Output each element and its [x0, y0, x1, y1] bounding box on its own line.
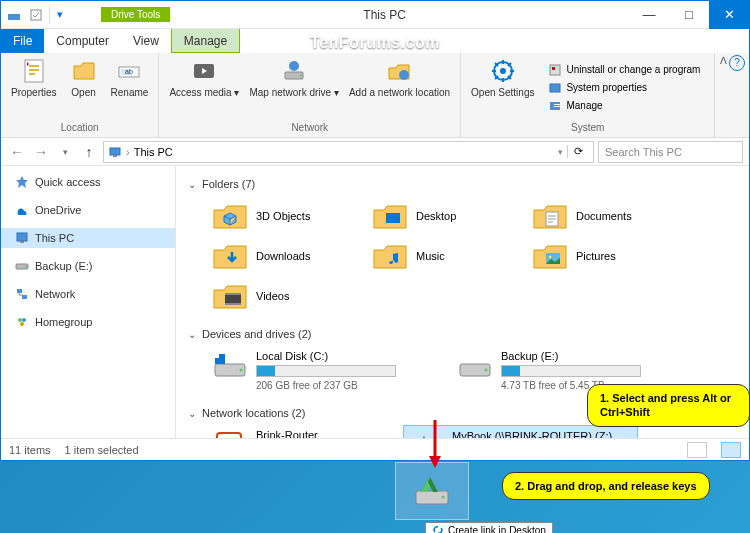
sidebar-this-pc[interactable]: This PC [1, 228, 175, 248]
search-input[interactable]: Search This PC [598, 141, 743, 163]
address-text: This PC [134, 146, 173, 158]
folder-pictures[interactable]: Pictures [528, 236, 688, 276]
chevron-down-icon: ⌄ [188, 179, 196, 190]
svg-text:ab: ab [125, 68, 133, 75]
up-button[interactable]: ↑ [79, 142, 99, 162]
svg-rect-25 [20, 241, 24, 243]
sidebar-homegroup[interactable]: Homegroup [1, 312, 175, 332]
folder-3d-objects[interactable]: 3D Objects [208, 196, 368, 236]
section-folders[interactable]: ⌄Folders (7) [180, 174, 749, 194]
folder-downloads[interactable]: Downloads [208, 236, 368, 276]
svg-rect-21 [110, 148, 120, 155]
rename-button[interactable]: abRename [107, 55, 153, 120]
status-items: 11 items [9, 444, 51, 456]
view-tiles-button[interactable] [721, 442, 741, 458]
svg-rect-17 [550, 84, 560, 92]
refresh-button[interactable]: ⟳ [567, 145, 589, 158]
section-drives[interactable]: ⌄Devices and drives (2) [180, 324, 749, 344]
folder-desktop[interactable]: Desktop [368, 196, 528, 236]
svg-point-53 [442, 496, 445, 499]
svg-rect-24 [17, 233, 27, 241]
svg-point-36 [549, 256, 552, 259]
pc-icon [108, 145, 122, 159]
sidebar-onedrive[interactable]: OneDrive [1, 200, 175, 220]
svg-point-41 [240, 369, 243, 372]
uninstall-button[interactable]: Uninstall or change a program [544, 62, 704, 78]
system-properties-button[interactable]: System properties [544, 80, 704, 96]
svg-point-27 [25, 266, 27, 268]
maximize-button[interactable]: □ [669, 1, 709, 29]
svg-rect-39 [225, 303, 241, 305]
ribbon: ᐱ ? Properties Open abRename Location Ac… [1, 53, 749, 138]
svg-rect-19 [554, 104, 560, 105]
svg-rect-33 [386, 213, 400, 223]
sidebar-network[interactable]: Network [1, 284, 175, 304]
app-icon [5, 6, 23, 24]
open-settings-button[interactable]: Open Settings [467, 55, 538, 120]
svg-rect-22 [113, 155, 117, 157]
sidebar-quick-access[interactable]: Quick access [1, 172, 175, 192]
close-button[interactable]: ✕ [709, 1, 749, 29]
svg-rect-29 [22, 295, 27, 299]
svg-rect-28 [17, 289, 22, 293]
svg-point-10 [300, 75, 302, 77]
svg-point-30 [18, 318, 22, 322]
tab-computer[interactable]: Computer [44, 29, 121, 53]
watermark: TenForums.com [310, 34, 440, 52]
netloc-brink-router[interactable]: Brink-Router [208, 425, 403, 438]
ribbon-group-system: Open Settings Uninstall or change a prog… [461, 53, 715, 137]
minimize-button[interactable]: — [629, 1, 669, 29]
qat-button[interactable] [27, 6, 45, 24]
annotation-arrow [427, 420, 443, 470]
view-details-button[interactable] [687, 442, 707, 458]
access-media-button[interactable]: Access media ▾ [165, 55, 243, 120]
svg-rect-2 [31, 10, 41, 20]
svg-point-32 [20, 322, 24, 326]
forward-button[interactable]: → [31, 142, 51, 162]
desktop-drop-target[interactable] [395, 462, 469, 520]
history-dropdown[interactable]: ▾ [55, 142, 75, 162]
svg-point-45 [485, 369, 488, 372]
open-button[interactable]: Open [63, 55, 105, 120]
back-button[interactable]: ← [7, 142, 27, 162]
svg-rect-43 [215, 354, 219, 358]
folder-documents[interactable]: Documents [528, 196, 688, 236]
manage-button[interactable]: Manage [544, 98, 704, 114]
svg-point-12 [399, 70, 409, 80]
address-dropdown-icon[interactable]: ▾ [558, 147, 563, 157]
address-bar: ← → ▾ ↑ › This PC ▾ ⟳ Search This PC [1, 138, 749, 166]
ribbon-group-location: Properties Open abRename Location [1, 53, 159, 137]
quick-access-toolbar: ▾ [1, 6, 71, 24]
link-icon [432, 524, 444, 533]
svg-point-14 [500, 68, 506, 74]
window-title: This PC [140, 8, 629, 22]
address-field[interactable]: › This PC ▾ ⟳ [103, 141, 594, 163]
folder-videos[interactable]: Videos [208, 276, 368, 316]
map-drive-button[interactable]: Map network drive ▾ [245, 55, 342, 120]
ribbon-group-network: Access media ▾ Map network drive ▾ Add a… [159, 53, 461, 137]
svg-point-31 [22, 318, 26, 322]
properties-button[interactable]: Properties [7, 55, 61, 120]
titlebar: ▾ Drive Tools This PC — □ ✕ [1, 1, 749, 29]
help-button[interactable]: ? [729, 55, 745, 71]
svg-rect-1 [8, 11, 20, 14]
status-selected: 1 item selected [65, 444, 139, 456]
sidebar-backup[interactable]: Backup (E:) [1, 256, 175, 276]
status-bar: 11 items 1 item selected [1, 438, 749, 460]
tab-view[interactable]: View [121, 29, 171, 53]
navigation-pane: Quick access OneDrive This PC Backup (E:… [1, 166, 176, 438]
chevron-down-icon: ⌄ [188, 329, 196, 340]
callout-step-1: 1. Select and press Alt or Ctrl+Shift [587, 384, 750, 427]
folder-music[interactable]: Music [368, 236, 528, 276]
qat-dropdown[interactable]: ▾ [49, 6, 67, 24]
tab-manage[interactable]: Manage [171, 29, 240, 53]
chevron-down-icon: ⌄ [188, 408, 196, 419]
add-location-button[interactable]: Add a network location [345, 55, 454, 120]
svg-rect-20 [554, 106, 560, 107]
svg-rect-38 [225, 293, 241, 295]
drive-c[interactable]: Local Disk (C:)206 GB free of 237 GB [208, 346, 453, 395]
tab-file[interactable]: File [1, 29, 44, 53]
ribbon-collapse-icon[interactable]: ᐱ [720, 55, 727, 66]
callout-step-2: 2. Drag and drop, and release keys [502, 472, 710, 500]
svg-point-11 [289, 61, 299, 71]
